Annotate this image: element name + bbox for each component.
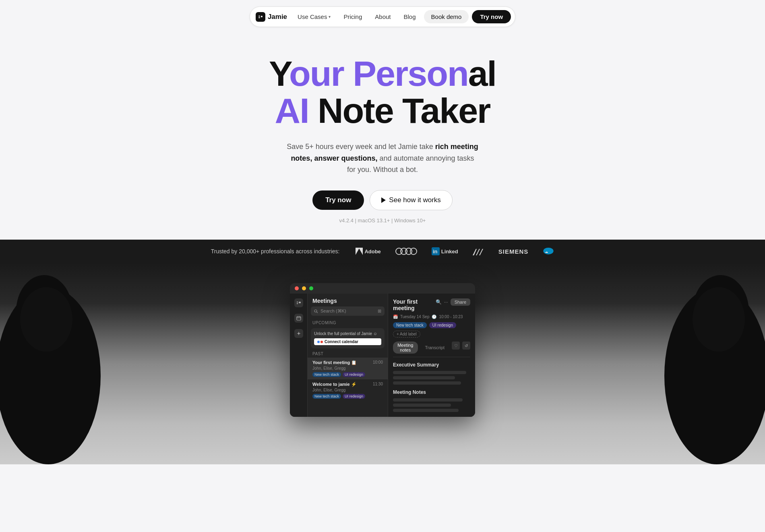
meeting-item-1[interactable]: Your first meeting 📋 10:00 John, Elise, … — [308, 358, 388, 379]
meetings-search[interactable]: Search (⌘K) ⊞ — [311, 306, 385, 316]
main-tag-2: UI redesign — [429, 322, 456, 328]
share-button[interactable]: Share — [451, 298, 470, 306]
search-placeholder: Search (⌘K) — [320, 308, 346, 314]
svg-rect-16 — [297, 317, 301, 320]
add-label-button[interactable]: + Add label — [393, 331, 420, 337]
tab-row: Meeting notes Transcript ♡ ↺ — [393, 342, 470, 357]
see-how-it-works-button[interactable]: See how it works — [370, 190, 453, 210]
nav-about[interactable]: About — [370, 11, 395, 23]
version-text: v4.2.4 | macOS 13.1+ | Windows 10+ — [339, 217, 426, 224]
siemens-logo: SIEMENS — [498, 248, 529, 255]
past-label: Past — [308, 350, 388, 358]
hero-title-ai: AI — [275, 91, 309, 130]
svg-text:☁: ☁ — [545, 250, 548, 254]
try-now-nav-button[interactable]: Try now — [472, 10, 511, 23]
logo-icon — [256, 12, 265, 22]
svg-rect-15 — [299, 302, 301, 303]
meeting-notes-title: Meeting Notes — [393, 389, 470, 395]
more-options-icon[interactable]: ··· — [444, 299, 448, 305]
app-content: Meetings Search (⌘K) ⊞ Upcoming Unlock t… — [290, 294, 475, 417]
try-now-hero-button[interactable]: Try now — [312, 190, 364, 210]
svg-rect-2 — [261, 16, 263, 17]
refresh-icon[interactable]: ↺ — [462, 342, 470, 350]
nav-pricing[interactable]: Pricing — [339, 11, 367, 23]
svg-text:in: in — [433, 248, 438, 255]
nav-use-cases[interactable]: Use Cases ▾ — [293, 11, 335, 23]
navbar: Jamie Use Cases ▾ Pricing About Blog Boo… — [0, 0, 765, 31]
person-silhouette-left — [0, 271, 137, 464]
adobe-logo: Adobe — [356, 248, 380, 255]
hero-section: Your Personal AI Note Taker Save 5+ hour… — [0, 31, 765, 240]
app-logo-icon — [294, 298, 303, 307]
svg-point-9 — [20, 287, 72, 352]
trusted-label: Trusted by 20,000+ professionals across … — [211, 248, 340, 255]
app-titlebar — [290, 283, 475, 294]
svg-rect-1 — [258, 17, 260, 18]
meeting-item-2[interactable]: Welcome to jamie ⚡ 11:30 John, Elise, Gr… — [308, 379, 388, 401]
meeting-name-2: Welcome to jamie ⚡ — [312, 382, 357, 387]
main-meeting-title: Your first meeting — [393, 298, 436, 311]
nav-inner: Jamie Use Cases ▾ Pricing About Blog Boo… — [250, 6, 515, 27]
meeting-people-1: John, Elise, Gregg — [312, 366, 383, 371]
hero-title-note-taker: Note Taker — [309, 91, 490, 130]
brand-logos: Adobe in Linked SIEMENS — [356, 247, 554, 256]
chevron-down-icon: ▾ — [329, 14, 331, 19]
window-maximize-dot — [309, 286, 313, 290]
unlock-text: Unlock the full potential of Jamie ☺ — [314, 331, 381, 336]
hero-title: Your Personal AI Note Taker — [269, 55, 496, 130]
meeting-meta: 📅 Tuesday 14 Sep 🕐 10:00 - 10:23 — [393, 315, 470, 319]
logo[interactable]: Jamie — [256, 12, 289, 22]
window-close-dot — [295, 286, 299, 290]
hero-buttons: Try now See how it works — [312, 190, 453, 210]
svg-point-12 — [693, 287, 745, 352]
heart-icon[interactable]: ♡ — [452, 342, 460, 350]
svg-rect-0 — [258, 16, 260, 17]
unlock-card: Unlock the full potential of Jamie ☺ Con… — [311, 328, 385, 348]
transcript-tab[interactable]: Transcript — [421, 342, 449, 354]
meeting-tags-1: New tech stack UI redesign — [312, 372, 383, 377]
meetings-header: Meetings — [308, 294, 388, 306]
connect-calendar-button[interactable]: Connect calendar — [314, 338, 381, 345]
meeting-people-2: John, Elise, Gregg — [312, 388, 383, 392]
app-window: Meetings Search (⌘K) ⊞ Upcoming Unlock t… — [290, 283, 475, 417]
meeting-notes-content — [393, 398, 470, 412]
meeting-main-tags: New tech stack UI redesign + Add label — [393, 322, 470, 337]
logo-text: Jamie — [268, 13, 287, 21]
meeting-time-1: 10:00 — [373, 360, 383, 364]
adidas-logo — [473, 247, 484, 255]
hero-title-our-personal: our Person — [289, 54, 468, 93]
person-silhouette-right — [628, 271, 765, 464]
audi-logo — [395, 248, 417, 255]
meeting-time-2: 11:30 — [373, 382, 383, 386]
executive-summary-title: Executive Summary — [393, 362, 470, 368]
play-icon — [381, 197, 386, 203]
salesforce-logo: ☁ — [543, 247, 554, 256]
meeting-main: Your first meeting 🔍 ··· Share 📅 Tuesday… — [388, 294, 475, 417]
meeting-tags-2: New tech stack UI redesign — [312, 394, 383, 399]
hero-title-al: al — [468, 54, 496, 93]
svg-line-21 — [317, 312, 318, 313]
search-main-icon[interactable]: 🔍 — [436, 299, 442, 305]
meeting-notes-tab[interactable]: Meeting notes — [393, 342, 418, 354]
executive-summary-content — [393, 371, 470, 385]
calendar-icon[interactable] — [294, 314, 303, 323]
sparkle-icon[interactable] — [294, 329, 303, 338]
linkedin-logo: in Linked — [432, 247, 458, 255]
app-sidebar — [290, 294, 308, 417]
meeting-name-1: Your first meeting 📋 — [312, 360, 357, 365]
hero-subtitle: Save 5+ hours every week and let Jamie t… — [286, 141, 479, 176]
svg-point-20 — [314, 310, 317, 312]
meetings-panel: Meetings Search (⌘K) ⊞ Upcoming Unlock t… — [308, 294, 388, 417]
trusted-bar: Trusted by 20,000+ professionals across … — [0, 240, 765, 263]
window-minimize-dot — [302, 286, 306, 290]
upcoming-label: Upcoming — [308, 319, 388, 327]
svg-rect-13 — [297, 302, 298, 302]
app-area: Meetings Search (⌘K) ⊞ Upcoming Unlock t… — [0, 263, 765, 464]
svg-rect-14 — [297, 303, 298, 304]
main-tag-1: New tech stack — [393, 322, 427, 328]
nav-blog[interactable]: Blog — [399, 11, 421, 23]
book-demo-button[interactable]: Book demo — [424, 10, 469, 23]
hero-title-y: Y — [269, 54, 289, 93]
